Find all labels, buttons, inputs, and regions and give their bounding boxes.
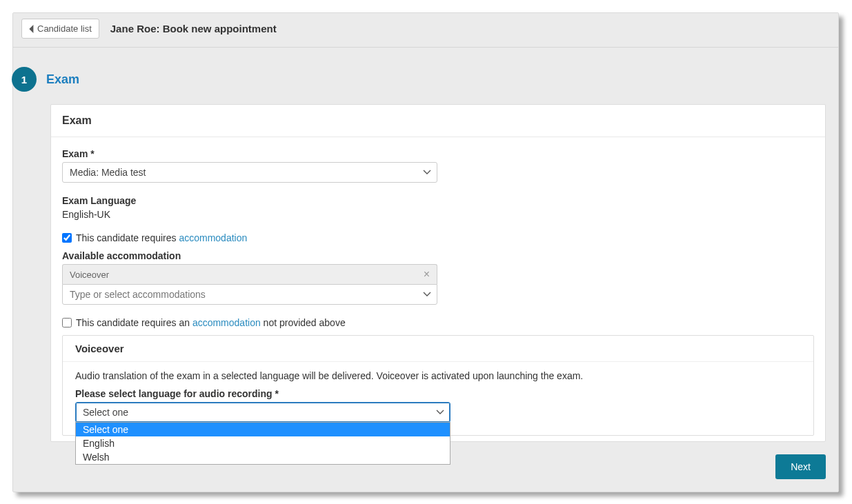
page-title: Jane Roe: Book new appointment (110, 23, 277, 34)
voiceover-heading: Voiceover (63, 336, 813, 362)
exam-select-value: Media: Media test (70, 167, 146, 178)
chevron-down-icon (423, 170, 431, 175)
other-accommodation-link[interactable]: accommodation (192, 317, 261, 328)
voiceover-language-options: Select one English Welsh (75, 422, 450, 465)
voiceover-body: Audio translation of the exam in a selec… (63, 362, 813, 435)
step-title: Exam (46, 72, 79, 87)
exam-language-label: Exam Language (62, 195, 814, 206)
exam-panel: Exam Exam * Media: Media test Exam Langu… (50, 104, 826, 442)
voiceover-select-group: Select one Select one English Welsh (75, 402, 801, 423)
topbar: Candidate list Jane Roe: Book new appoin… (13, 13, 838, 48)
accommodation-checkbox-prefix: This candidate requires (76, 232, 179, 243)
accommodation-checkbox-label: This candidate requires accommodation (76, 232, 247, 243)
exam-field-group: Exam * Media: Media test (62, 148, 814, 183)
accommodation-link[interactable]: accommodation (179, 232, 247, 243)
page-container: Candidate list Jane Roe: Book new appoin… (12, 12, 839, 492)
remove-chip-icon[interactable]: × (424, 269, 430, 280)
voiceover-description: Audio translation of the exam in a selec… (75, 370, 801, 381)
voiceover-panel: Voiceover Audio translation of the exam … (62, 335, 814, 436)
accommodation-checkbox-row: This candidate requires accommodation (62, 232, 814, 243)
candidate-list-button[interactable]: Candidate list (21, 19, 99, 39)
back-label: Candidate list (37, 23, 92, 34)
accommodation-placeholder: Type or select accommodations (70, 289, 206, 300)
available-accommodation-label: Available accommodation (62, 250, 814, 261)
voiceover-select-value: Select one (83, 407, 128, 418)
voiceover-select-label: Please select language for audio recordi… (75, 388, 801, 399)
voiceover-language-select[interactable]: Select one (75, 402, 450, 423)
chevron-left-icon (29, 25, 34, 33)
exam-label: Exam * (62, 148, 814, 159)
accommodation-input[interactable]: Type or select accommodations (62, 284, 437, 305)
accommodation-chip-label: Voiceover (70, 270, 109, 280)
voiceover-option-english[interactable]: English (76, 436, 450, 450)
other-accommodation-checkbox-row: This candidate requires an accommodation… (62, 317, 814, 328)
other-accommodation-prefix: This candidate requires an (76, 317, 192, 328)
exam-language-group: Exam Language English-UK (62, 195, 814, 220)
other-accommodation-checkbox-label: This candidate requires an accommodation… (76, 317, 346, 328)
next-button[interactable]: Next (775, 454, 826, 479)
accommodation-checkbox[interactable] (62, 233, 72, 243)
step-header: 1 Exam (13, 67, 838, 104)
chevron-down-icon (423, 292, 431, 297)
panel-heading: Exam (51, 105, 825, 137)
available-accommodation-group: Available accommodation Voiceover × Type… (62, 250, 814, 305)
chevron-down-icon (436, 410, 444, 415)
step-number-badge: 1 (12, 67, 37, 92)
voiceover-option-select-one[interactable]: Select one (76, 423, 450, 436)
exam-select[interactable]: Media: Media test (62, 162, 437, 183)
accommodation-chip: Voiceover × (62, 264, 437, 284)
other-accommodation-checkbox[interactable] (62, 318, 72, 327)
other-accommodation-suffix: not provided above (261, 317, 346, 328)
voiceover-option-welsh[interactable]: Welsh (76, 450, 450, 464)
exam-language-value: English-UK (62, 209, 814, 220)
body-area: 1 Exam Exam Exam * Media: Media test Exa… (13, 48, 838, 492)
panel-body: Exam * Media: Media test Exam Language E… (51, 137, 825, 441)
